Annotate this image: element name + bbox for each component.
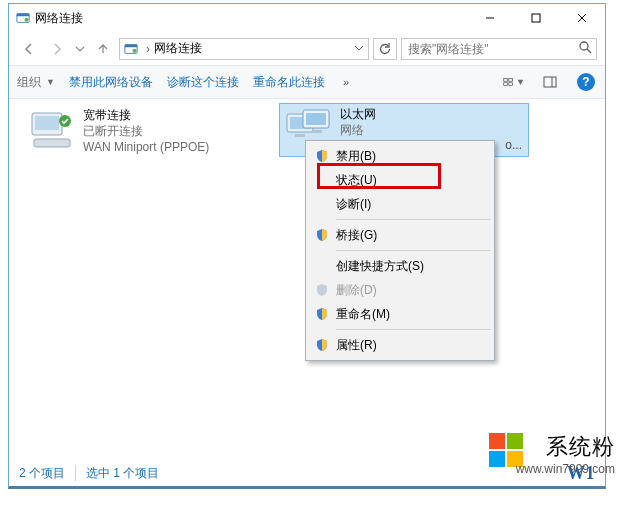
menu-item-status[interactable]: 状态(U) [308, 168, 492, 192]
connection-state: 网络 [340, 122, 376, 138]
blank-icon [314, 258, 330, 274]
connection-device-tail: o... [505, 138, 522, 152]
cmd-disable-device-label: 禁用此网络设备 [69, 74, 153, 91]
chevron-right-icon: › [142, 42, 154, 56]
location-icon [122, 41, 140, 57]
svg-rect-26 [295, 134, 305, 137]
cmd-diagnose[interactable]: 诊断这个连接 [167, 74, 239, 91]
minimize-button[interactable] [467, 4, 513, 32]
menu-item-rename[interactable]: 重命名(M) [308, 302, 492, 326]
svg-rect-14 [504, 83, 508, 86]
menu-item-label: 禁用(B) [336, 148, 376, 165]
shield-icon [314, 337, 330, 353]
close-button[interactable] [559, 4, 605, 32]
help-icon: ? [577, 73, 595, 91]
help-button[interactable]: ? [575, 71, 597, 93]
connection-item-broadband[interactable]: 宽带连接 已断开连接 WAN Miniport (PPPOE) [27, 107, 267, 155]
blank-icon [314, 196, 330, 212]
menu-item-label: 删除(D) [336, 282, 377, 299]
svg-rect-15 [509, 83, 513, 86]
breadcrumb-bar[interactable]: › 网络连接 [119, 38, 369, 60]
cmd-diagnose-label: 诊断这个连接 [167, 74, 239, 91]
watermark-brand: 系统粉 [546, 432, 615, 462]
search-box[interactable] [401, 38, 597, 60]
cmd-rename-label: 重命名此连接 [253, 74, 325, 91]
preview-pane-button[interactable] [539, 71, 561, 93]
menu-item-disable[interactable]: 禁用(B) [308, 144, 492, 168]
svg-rect-1 [17, 14, 29, 17]
svg-point-10 [580, 42, 588, 50]
search-icon [578, 40, 592, 57]
svg-rect-8 [125, 44, 137, 47]
svg-rect-12 [504, 78, 508, 81]
connection-name: 以太网 [340, 106, 376, 122]
menu-item-diagnose[interactable]: 诊断(I) [308, 192, 492, 216]
menu-item-delete[interactable]: 删除(D) [308, 278, 492, 302]
forward-button[interactable] [45, 37, 69, 61]
modem-icon [27, 107, 77, 153]
back-button[interactable] [17, 37, 41, 61]
menu-item-label: 属性(R) [336, 337, 377, 354]
status-selection-count: 选中 1 个项目 [86, 465, 159, 482]
chevron-down-icon: ▼ [513, 77, 525, 87]
overflow-chevron[interactable]: » [339, 76, 354, 88]
explorer-window: 网络连接 › 网络连接 [8, 3, 606, 489]
svg-rect-27 [312, 130, 322, 133]
svg-rect-20 [34, 139, 70, 147]
watermark-url: www.win7999.com [516, 462, 615, 476]
menu-separator [336, 219, 491, 220]
menu-item-label: 创建快捷方式(S) [336, 258, 424, 275]
menu-separator [336, 250, 491, 251]
chevron-down-icon[interactable] [354, 42, 364, 56]
menu-item-label: 桥接(G) [336, 227, 377, 244]
shield-icon [314, 227, 330, 243]
history-dropdown[interactable] [73, 37, 87, 61]
menu-item-bridge[interactable]: 桥接(G) [308, 223, 492, 247]
svg-rect-16 [544, 77, 556, 87]
titlebar: 网络连接 [9, 4, 605, 32]
organize-label: 组织 [17, 74, 41, 91]
connection-labels: 宽带连接 已断开连接 WAN Miniport (PPPOE) [83, 107, 209, 155]
refresh-button[interactable] [373, 38, 397, 60]
shield-icon [314, 282, 330, 298]
search-input[interactable] [406, 41, 574, 57]
svg-point-2 [24, 18, 28, 22]
connection-state: 已断开连接 [83, 123, 209, 139]
blank-icon [314, 172, 330, 188]
menu-separator [336, 329, 491, 330]
maximize-button[interactable] [513, 4, 559, 32]
svg-rect-19 [35, 116, 59, 130]
breadcrumb-item[interactable]: 网络连接 [154, 40, 202, 57]
status-separator [75, 465, 76, 481]
context-menu: 禁用(B) 状态(U) 诊断(I) 桥接(G) 创建快捷方式(S) 删除(D) [305, 140, 495, 361]
window-icon [15, 10, 31, 26]
shield-icon [314, 148, 330, 164]
window-title: 网络连接 [35, 10, 83, 27]
cmd-rename[interactable]: 重命名此连接 [253, 74, 325, 91]
svg-rect-13 [509, 78, 513, 81]
svg-line-11 [587, 49, 591, 53]
cmd-disable-device[interactable]: 禁用此网络设备 [69, 74, 153, 91]
view-options-button[interactable]: ▼ [503, 71, 525, 93]
connection-labels: 以太网 网络 [340, 106, 376, 138]
menu-item-label: 重命名(M) [336, 306, 390, 323]
svg-rect-4 [532, 14, 540, 22]
address-bar: › 网络连接 [9, 32, 605, 65]
shield-icon [314, 306, 330, 322]
organize-menu[interactable]: 组织 ▼ [17, 74, 55, 91]
connection-name: 宽带连接 [83, 107, 209, 123]
up-button[interactable] [91, 37, 115, 61]
chevron-down-icon: ▼ [43, 77, 55, 87]
status-item-count: 2 个项目 [19, 465, 65, 482]
menu-item-label: 诊断(I) [336, 196, 371, 213]
menu-item-properties[interactable]: 属性(R) [308, 333, 492, 357]
menu-item-create-shortcut[interactable]: 创建快捷方式(S) [308, 254, 492, 278]
svg-rect-25 [306, 113, 326, 125]
connection-device: WAN Miniport (PPPOE) [83, 139, 209, 155]
svg-point-9 [132, 48, 136, 52]
menu-item-label: 状态(U) [336, 172, 377, 189]
command-bar: 组织 ▼ 禁用此网络设备 诊断这个连接 重命名此连接 » ▼ ? [9, 65, 605, 99]
